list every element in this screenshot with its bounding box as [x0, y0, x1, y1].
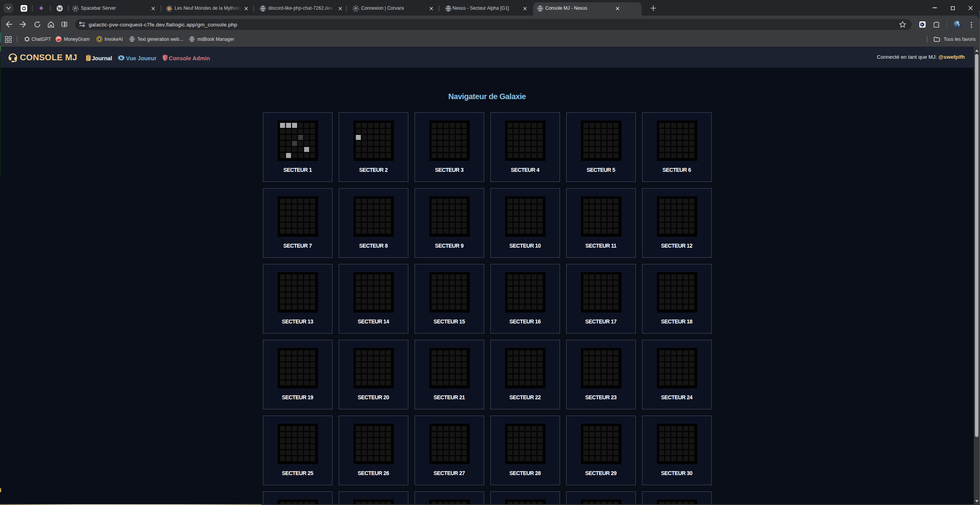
svg-text:W: W: [58, 6, 62, 11]
